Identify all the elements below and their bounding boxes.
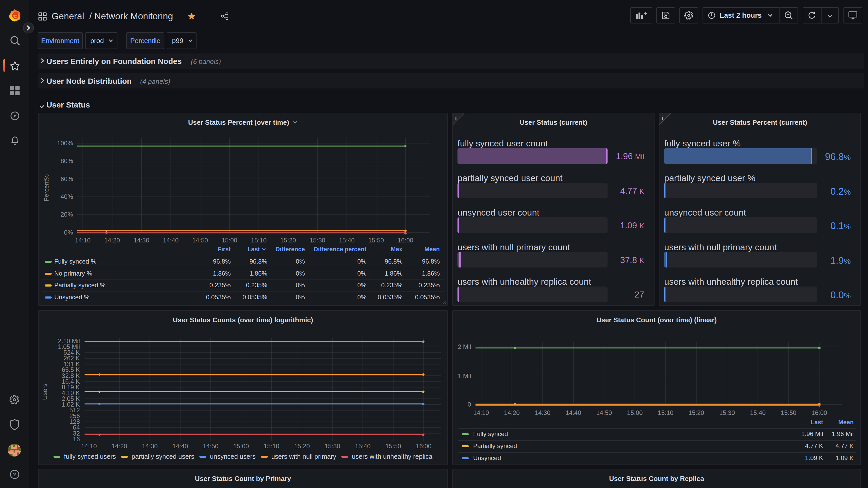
svg-text:15:30: 15:30 — [310, 237, 325, 244]
svg-text:15:00: 15:00 — [222, 237, 237, 244]
svg-text:15:20: 15:20 — [688, 409, 704, 416]
svg-text:15:10: 15:10 — [264, 443, 279, 450]
svg-text:15:00: 15:00 — [233, 443, 249, 450]
svg-text:?: ? — [13, 471, 17, 477]
svg-text:14:20: 14:20 — [504, 409, 520, 416]
svg-text:16:00: 16:00 — [416, 443, 431, 450]
svg-text:14:30: 14:30 — [535, 409, 550, 416]
svg-text:16:00: 16:00 — [811, 409, 827, 416]
svg-text:Percent%: Percent% — [43, 174, 50, 202]
svg-text:16:00: 16:00 — [398, 237, 413, 244]
svg-text:14:30: 14:30 — [134, 237, 149, 244]
svg-text:15:50: 15:50 — [368, 237, 384, 244]
svg-text:14:50: 14:50 — [596, 409, 612, 416]
svg-text:15:40: 15:40 — [339, 237, 355, 244]
svg-text:Users: Users — [41, 384, 48, 400]
svg-text:14:20: 14:20 — [104, 237, 120, 244]
svg-text:0: 0 — [468, 401, 471, 408]
svg-text:14:40: 14:40 — [565, 409, 581, 416]
svg-text:15:30: 15:30 — [324, 443, 340, 450]
svg-text:80%: 80% — [61, 157, 73, 164]
svg-text:1 Mil: 1 Mil — [458, 372, 471, 379]
svg-text:60%: 60% — [61, 175, 73, 182]
svg-text:14:20: 14:20 — [112, 443, 127, 450]
svg-text:14:40: 14:40 — [163, 237, 179, 244]
svg-text:100%: 100% — [57, 140, 73, 147]
svg-text:15:50: 15:50 — [781, 409, 797, 416]
svg-text:16: 16 — [73, 435, 80, 443]
svg-text:14:40: 14:40 — [173, 443, 188, 450]
svg-text:14:50: 14:50 — [203, 443, 218, 450]
svg-text:15:20: 15:20 — [280, 237, 296, 244]
svg-text:0%: 0% — [64, 229, 73, 236]
svg-text:15:40: 15:40 — [355, 443, 371, 450]
svg-text:14:10: 14:10 — [75, 237, 91, 244]
svg-text:15:50: 15:50 — [385, 443, 401, 450]
svg-text:20%: 20% — [61, 211, 73, 218]
svg-text:2 Mil: 2 Mil — [458, 343, 471, 350]
svg-text:14:30: 14:30 — [142, 443, 158, 450]
svg-text:15:00: 15:00 — [627, 409, 643, 416]
svg-text:15:10: 15:10 — [658, 409, 673, 416]
svg-text:15:10: 15:10 — [251, 237, 267, 244]
svg-text:14:10: 14:10 — [473, 409, 489, 416]
svg-text:14:50: 14:50 — [192, 237, 208, 244]
svg-text:15:40: 15:40 — [750, 409, 766, 416]
svg-text:15:20: 15:20 — [294, 443, 310, 450]
svg-text:40%: 40% — [61, 193, 73, 200]
svg-text:14:10: 14:10 — [81, 443, 97, 450]
svg-text:15:30: 15:30 — [719, 409, 735, 416]
